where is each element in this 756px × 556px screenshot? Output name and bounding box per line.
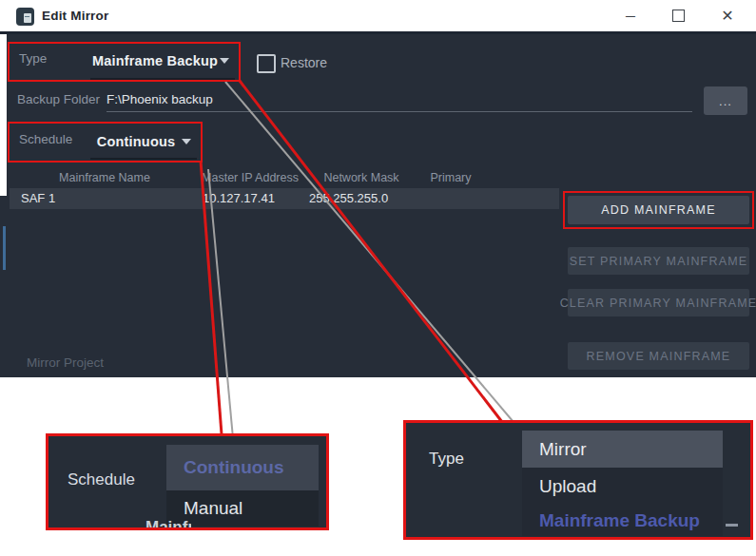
backup-folder-input[interactable]: F:\Phoenix backup — [107, 85, 692, 112]
schedule-label: Schedule — [19, 132, 72, 146]
background-dash-artifact — [726, 524, 738, 527]
table-row[interactable]: SAF 1 10.127.17.41 255.255.255.0 — [10, 188, 559, 209]
scrollbar-sliver[interactable] — [3, 226, 6, 270]
cell-network-mask: 255.255.255.0 — [309, 188, 388, 209]
column-header-mainframe-name: Mainframe Name — [59, 171, 150, 184]
remove-mainframe-button[interactable]: REMOVE MAINFRAME — [568, 342, 749, 370]
set-primary-mainframe-button[interactable]: SET PRIMARY MAINFRAME — [568, 247, 749, 275]
column-header-master-ip: Master IP Address — [202, 171, 299, 184]
window-title: Edit Mirror — [42, 0, 108, 31]
option-continuous[interactable]: Continuous — [166, 445, 319, 490]
schedule-options-menu: Continuous Manual — [166, 445, 319, 527]
type-value: Mainframe Backup — [90, 53, 220, 68]
type-dropdown[interactable]: Mainframe Backup — [90, 44, 235, 80]
restore-label: Restore — [281, 55, 327, 70]
type-callout: Type Mirror Upload Mainframe Backup — [403, 420, 753, 540]
app-icon — [16, 8, 34, 26]
column-header-primary: Primary — [430, 171, 471, 184]
clipped-background-text: Mainframe — [145, 518, 191, 527]
maximize-button[interactable] — [662, 0, 694, 31]
schedule-callout-label: Schedule — [68, 470, 135, 489]
schedule-callout: Schedule Continuous Manual Mainframe — [46, 433, 329, 530]
cell-master-ip: 10.127.17.41 — [203, 188, 275, 209]
option-mainframe-backup[interactable]: Mainframe Backup — [522, 505, 723, 536]
maximize-icon — [672, 10, 685, 22]
minimize-button[interactable]: ─ — [614, 0, 647, 31]
backup-folder-label: Backup Folder — [17, 92, 100, 106]
clear-primary-mainframe-button[interactable]: CLEAR PRIMARY MAINFRAME — [568, 289, 749, 316]
close-button[interactable]: ✕ — [711, 0, 744, 31]
type-label: Type — [19, 51, 47, 66]
schedule-dropdown[interactable]: Continuous — [90, 125, 197, 160]
dialog-body: Type Mainframe Backup Restore Backup Fol… — [0, 34, 756, 377]
title-bar: Edit Mirror ─ ✕ — [0, 0, 756, 34]
column-header-network-mask: Network Mask — [323, 171, 398, 184]
type-options-menu: Mirror Upload Mainframe Backup — [522, 431, 723, 536]
document-glyph-icon — [24, 13, 31, 23]
browse-button[interactable]: ... — [704, 86, 747, 115]
add-mainframe-button[interactable]: ADD MAINFRAME — [568, 196, 749, 224]
type-callout-label: Type — [429, 450, 464, 469]
chevron-down-icon — [182, 139, 191, 144]
page-background-notch — [0, 34, 7, 196]
restore-checkbox[interactable] — [257, 54, 276, 73]
chevron-down-icon — [220, 58, 229, 64]
schedule-value: Continuous — [90, 134, 182, 149]
option-upload[interactable]: Upload — [522, 468, 723, 505]
mirror-project-label: Mirror Project — [27, 355, 104, 370]
option-mirror[interactable]: Mirror — [522, 431, 723, 468]
cell-mainframe-name: SAF 1 — [21, 188, 55, 209]
screenshot-root: Edit Mirror ─ ✕ Type Mainframe Backup Re… — [0, 0, 756, 556]
